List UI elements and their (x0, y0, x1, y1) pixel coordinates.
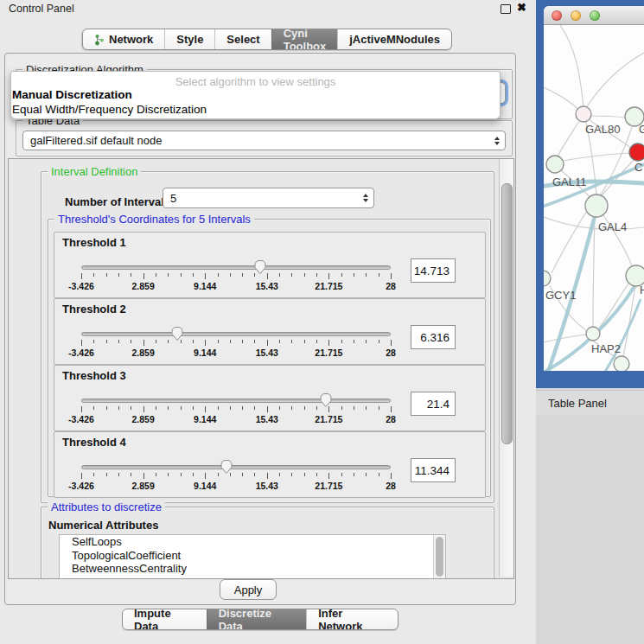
tab-label: Infer Network (318, 609, 386, 630)
network-canvas[interactable]: GAL80 G GAL11 C GAL4 GCY1 H HAP2 (544, 25, 644, 371)
slider-track[interactable] (81, 265, 391, 270)
node-label: G (639, 123, 644, 136)
tick-label: 9.144 (194, 281, 216, 291)
tick-label: -3.426 (68, 348, 94, 358)
table-data-value: galFiltered.sif default node (30, 134, 162, 147)
network-node[interactable] (576, 106, 591, 122)
network-node[interactable] (614, 356, 629, 371)
float-window-icon[interactable] (501, 4, 511, 14)
network-view-window: GAL80 G GAL11 C GAL4 GCY1 H HAP2 (544, 6, 644, 371)
tab-network[interactable]: Network (83, 29, 164, 49)
tab-infer-network[interactable]: Infer Network (306, 609, 398, 629)
tab-style[interactable]: Style (164, 29, 214, 49)
tick-label: -3.426 (68, 281, 94, 291)
node-label: GAL11 (552, 175, 587, 188)
node-label: GCY1 (545, 289, 576, 302)
threshold-slider[interactable]: -3.4262.8599.14415.4321.71528 (81, 327, 391, 361)
network-node-selected[interactable] (629, 143, 644, 161)
right-side: GAL80 G GAL11 C GAL4 GCY1 H HAP2 Table P… (536, 0, 644, 644)
number-of-intervals-label: Number of Intervals (65, 195, 170, 208)
attributes-group: Attributes to discretize Numerical Attri… (41, 507, 494, 579)
number-of-intervals-value: 5 (170, 192, 176, 205)
combo-arrows-icon (494, 137, 500, 145)
number-of-intervals-combobox[interactable]: 5 (163, 188, 374, 208)
network-window-titlebar (544, 6, 644, 25)
threshold-panel: Threshold 3-3.4262.8599.14415.4321.71528… (54, 365, 486, 431)
screen: Control Panel ✖ NetworkStyleSelectCyni T… (0, 0, 644, 644)
tick-label: 15.43 (256, 414, 278, 424)
tick-label: 15.43 (256, 281, 278, 291)
thresholds-group-label: Threshold's Coordinates for 5 Intervals (54, 213, 254, 226)
zoom-traffic-light-icon[interactable] (590, 10, 600, 21)
numerical-attributes-label: Numerical Attributes (48, 519, 158, 532)
threshold-value-field[interactable]: 11.344 (411, 458, 456, 482)
settings-vertical-scrollbar[interactable] (499, 159, 513, 577)
scrollbar-thumb[interactable] (436, 537, 443, 577)
threshold-panel: Threshold 1-3.4262.8599.14415.4321.71528… (54, 232, 486, 298)
thresholds-group: Threshold's Coordinates for 5 Intervals … (48, 219, 491, 497)
slider-handle[interactable] (220, 459, 233, 475)
tick-label: 9.144 (194, 414, 216, 424)
node-label: HAP2 (591, 342, 621, 355)
close-traffic-light-icon[interactable] (552, 10, 562, 21)
threshold-slider[interactable]: -3.4262.8599.14415.4321.71528 (81, 260, 391, 295)
attribute-list-item[interactable]: TopologicalCoefficient (60, 549, 445, 563)
network-node[interactable] (544, 271, 551, 286)
network-node[interactable] (546, 156, 564, 173)
network-tab-icon (94, 34, 105, 46)
threshold-value-field[interactable]: 6.316 (411, 325, 456, 349)
threshold-label: Threshold 4 (62, 436, 126, 449)
slider-track[interactable] (81, 465, 391, 469)
tab-select[interactable]: Select (214, 29, 271, 49)
minimize-traffic-light-icon[interactable] (571, 10, 581, 21)
network-node[interactable] (585, 194, 608, 217)
attribute-list-item[interactable]: SelfLoops (60, 535, 445, 549)
tab-cyni-toolbox[interactable]: Cyni Toolbox (271, 29, 338, 49)
numerical-attributes-list[interactable]: SelfLoopsTopologicalCoefficientBetweenne… (59, 534, 446, 579)
threshold-slider[interactable]: -3.4262.8599.14415.4321.71528 (81, 460, 391, 494)
threshold-label: Threshold 1 (62, 236, 126, 249)
tick-label: 28 (386, 414, 396, 424)
apply-button[interactable]: Apply (220, 579, 277, 600)
algorithm-dropdown-popup: Select algorithm to view settings Manual… (10, 71, 501, 119)
tab-discretize-data[interactable]: Discretize Data (207, 609, 307, 629)
tick-label: 15.43 (256, 348, 278, 358)
tick-label: 15.43 (256, 481, 278, 491)
tick-label: 2.859 (131, 348, 154, 358)
slider-track[interactable] (81, 399, 391, 403)
settings-scroll-area: Interval Definition Number of Intervals … (8, 158, 514, 579)
table-panel-body: ⚙ ✓ ✓ shared... n YDL19...YDL1YDR27...YD… (536, 415, 644, 644)
table-data-combobox[interactable]: galFiltered.sif default node (22, 131, 506, 150)
threshold-slider[interactable]: -3.4262.8599.14415.4321.71528 (81, 393, 391, 428)
network-node[interactable] (586, 327, 600, 341)
attributes-list-scrollbar[interactable] (433, 535, 445, 579)
threshold-panel: Threshold 4-3.4262.8599.14415.4321.71528… (54, 431, 486, 498)
control-panel-titlebar: Control Panel ✖ (0, 0, 537, 19)
algorithm-option[interactable]: Manual Discretization (12, 88, 495, 101)
tick-label: 28 (386, 348, 396, 358)
threshold-panel: Threshold 2-3.4262.8599.14415.4321.71528… (54, 298, 486, 365)
table-data-group: Table Data galFiltered.sif default node (16, 120, 513, 156)
scrollbar-thumb[interactable] (501, 183, 513, 444)
threshold-value-field[interactable]: 14.713 (411, 258, 456, 283)
combo-arrows-icon (363, 194, 368, 202)
tab-label: jActiveMNodules (349, 33, 440, 46)
tick-label: 2.859 (131, 481, 154, 491)
slider-track[interactable] (81, 332, 391, 336)
control-panel: Control Panel ✖ NetworkStyleSelectCyni T… (0, 0, 537, 644)
tick-label: 28 (386, 281, 396, 291)
slider-handle[interactable] (319, 392, 333, 408)
slider-handle[interactable] (170, 326, 184, 341)
tick-label: -3.426 (68, 414, 94, 424)
node-label: GAL4 (598, 220, 627, 233)
table-panel-title: Table Panel (548, 397, 607, 410)
close-icon[interactable]: ✖ (517, 1, 526, 14)
tab-jactivemnodules[interactable]: jActiveMNodules (337, 29, 451, 49)
attribute-list-item[interactable]: BetweennessCentrality (60, 562, 445, 576)
tab-impute-data[interactable]: Impute Data (123, 609, 207, 629)
tick-label: 2.859 (131, 281, 154, 291)
algorithm-option[interactable]: Equal Width/Frequency Discretization (12, 103, 495, 116)
threshold-value-field[interactable]: 21.4 (411, 392, 456, 416)
bottom-tab-bar: Impute DataDiscretize DataInfer Network (122, 609, 399, 630)
node-label: GAL80 (585, 123, 620, 136)
